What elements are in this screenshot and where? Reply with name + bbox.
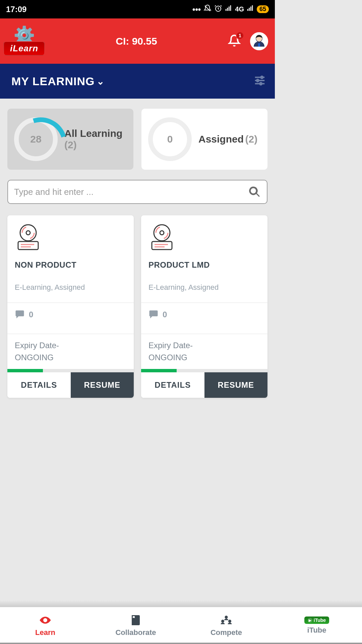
comment-icon (148, 310, 159, 320)
svg-rect-11 (258, 43, 260, 47)
course-icon (148, 223, 179, 253)
svg-rect-2 (227, 8, 228, 11)
course-title: PRODUCT LMD (148, 260, 260, 270)
svg-rect-18 (18, 241, 38, 250)
tab-assigned[interactable]: 0 Assigned (2) (141, 109, 267, 170)
progress-ring: 0 (148, 117, 192, 161)
section-dropdown[interactable]: MY LEARNING ⌄ (11, 75, 105, 88)
logo-text: iLearn (3, 41, 45, 56)
comment-icon (15, 310, 25, 320)
more-icon: ••• (192, 5, 201, 14)
progress-ring: 28 (14, 117, 58, 161)
app-header: ⚙️ iLearn CI: 90.55 1 (0, 18, 275, 64)
svg-rect-1 (226, 9, 227, 11)
search-section (0, 176, 275, 212)
svg-point-15 (257, 79, 259, 82)
section-nav: MY LEARNING ⌄ (0, 64, 275, 99)
expiry-status: ONGOING (15, 353, 126, 362)
svg-rect-3 (229, 6, 230, 11)
alarm-icon (214, 4, 222, 14)
signal-icon (225, 5, 232, 14)
details-button[interactable]: DETAILS (141, 372, 204, 398)
comments-row[interactable]: 0 (141, 303, 267, 326)
course-card: NON PRODUCT E-Learning, Assigned 0 Expir… (7, 215, 134, 398)
course-meta: E-Learning, Assigned (148, 283, 260, 292)
network-label: 4G (235, 5, 244, 13)
svg-rect-4 (230, 5, 231, 11)
search-input[interactable] (14, 187, 248, 197)
signal2-icon (247, 5, 254, 14)
expiry-label: Expiry Date- (15, 341, 126, 350)
avatar-icon (251, 33, 267, 49)
app-logo[interactable]: ⚙️ iLearn (3, 26, 45, 56)
tab-label: All Learning (64, 128, 122, 139)
svg-rect-7 (250, 6, 251, 11)
notification-badge: 1 (236, 32, 244, 40)
mute-icon (203, 4, 212, 14)
svg-point-26 (154, 225, 170, 241)
svg-rect-8 (252, 5, 253, 11)
progress-bar (141, 369, 267, 372)
svg-point-13 (261, 76, 263, 78)
battery-indicator: 65 (257, 5, 269, 13)
expiry-block: Expiry Date- ONGOING (141, 334, 267, 369)
ring-value: 0 (148, 117, 192, 161)
expiry-status: ONGOING (148, 353, 260, 362)
expiry-block: Expiry Date- ONGOING (7, 334, 134, 369)
notifications-button[interactable]: 1 (228, 34, 241, 48)
ring-value: 28 (14, 117, 58, 161)
tab-all-learning[interactable]: 28 All Learning (2) (7, 109, 133, 170)
search-icon[interactable] (248, 185, 261, 198)
tab-label: Assigned (198, 133, 244, 145)
course-title: NON PRODUCT (15, 260, 126, 270)
course-card: PRODUCT LMD E-Learning, Assigned 0 Expir… (141, 215, 267, 398)
filter-button[interactable] (253, 74, 266, 88)
ci-score: CI: 90.55 (116, 36, 157, 47)
svg-rect-5 (247, 9, 248, 11)
clock: 17:09 (6, 5, 26, 14)
comments-count: 0 (163, 310, 167, 319)
svg-point-21 (20, 225, 36, 241)
progress-fill (141, 369, 177, 372)
section-title: MY LEARNING (11, 75, 95, 88)
profile-avatar[interactable] (250, 32, 268, 50)
course-list: NON PRODUCT E-Learning, Assigned 0 Expir… (0, 212, 275, 405)
details-button[interactable]: DETAILS (7, 372, 71, 398)
expiry-label: Expiry Date- (148, 341, 260, 350)
status-bar: 17:09 ••• 4G 65 (0, 0, 275, 18)
category-tabs: 28 All Learning (2) 0 Assigned (2) (0, 99, 275, 176)
chevron-down-icon: ⌄ (97, 76, 105, 87)
svg-rect-6 (249, 8, 250, 11)
svg-point-17 (260, 83, 262, 85)
resume-button[interactable]: RESUME (71, 372, 134, 398)
comments-count: 0 (29, 310, 33, 319)
progress-bar (7, 369, 134, 372)
svg-rect-23 (152, 241, 172, 250)
progress-fill (7, 369, 43, 372)
resume-button[interactable]: RESUME (204, 372, 268, 398)
course-meta: E-Learning, Assigned (15, 283, 126, 292)
search-bar[interactable] (7, 180, 267, 204)
sliders-icon (253, 74, 266, 87)
comments-row[interactable]: 0 (7, 303, 134, 326)
tab-count: (2) (245, 133, 257, 145)
course-icon (15, 223, 45, 253)
